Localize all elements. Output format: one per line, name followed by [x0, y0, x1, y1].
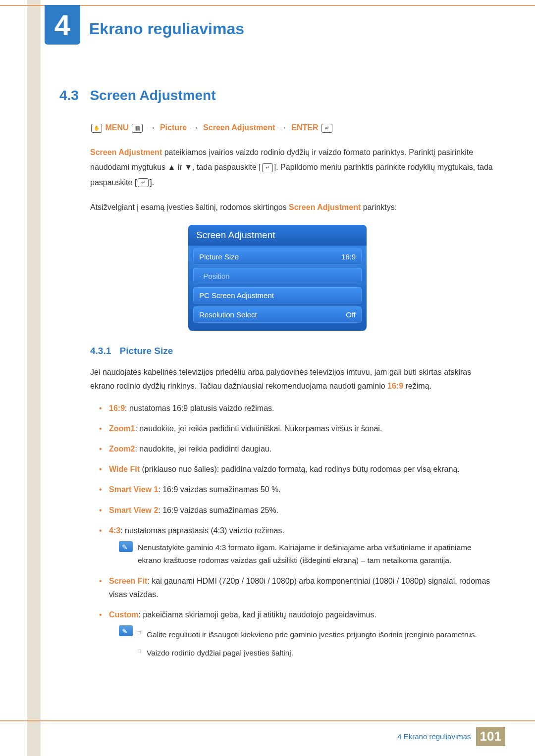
menu-keyword: MENU — [105, 123, 128, 132]
footer-text: 4 Ekrano reguliavimas — [397, 732, 471, 741]
list-item: Galite reguliuoti ir išsaugoti kiekvieno… — [138, 628, 477, 641]
section-title: Screen Adjustment — [90, 88, 215, 103]
list-item: Screen Fit: kai gaunami HDMI (720p / 108… — [99, 574, 490, 601]
osd-row-position: · Position — [193, 268, 362, 284]
enter-icon: ↵ — [138, 178, 149, 187]
osd-row-pc-screen-adjustment: PC Screen Adjustment — [193, 287, 362, 303]
picture-size-modes-list: 16:9: nustatomas 16:9 platusis vaizdo re… — [99, 402, 490, 664]
enter-icon: ↵ — [262, 163, 273, 172]
menu-grid-icon: ▥ — [132, 124, 143, 133]
list-item: Zoom1: naudokite, jei reikia padidinti v… — [99, 422, 490, 435]
page-footer: 4 Ekrano reguliavimas 101 — [397, 727, 505, 746]
note-icon — [119, 625, 133, 636]
osd-title: Screen Adjustment — [188, 225, 367, 246]
note-4-3: Nenustatykite gaminio 4:3 formato ilgam.… — [119, 541, 490, 567]
chapter-title: Ekrano reguliavimas — [89, 20, 505, 38]
note-custom: Galite reguliuoti ir išsaugoti kiekvieno… — [119, 625, 490, 664]
top-rule — [0, 5, 535, 6]
picture-size-paragraph: Jei naudojatės kabelinės televizijos pri… — [90, 365, 490, 392]
section-number: 4.3 — [59, 88, 79, 103]
subsection-heading: 4.3.1 Picture Size — [90, 346, 495, 356]
list-item: 4:3: nustatomas paprastasis (4:3) vaizdo… — [99, 524, 490, 567]
chapter-number: 4 — [54, 8, 70, 42]
list-item: Smart View 2: 16:9 vaizdas sumažinamas 2… — [99, 504, 490, 517]
enter-icon: ↵ — [321, 124, 332, 133]
page-number: 101 — [476, 727, 505, 746]
note-icon — [119, 541, 133, 552]
osd-row-picture-size: Picture Size 16:9 — [193, 249, 362, 265]
list-item: 16:9: nustatomas 16:9 platusis vaizdo re… — [99, 402, 490, 415]
list-item: Custom: pakeičiama skiriamoji geba, kad … — [99, 608, 490, 664]
list-item: Smart View 1: 16:9 vaizdas sumažinamas 5… — [99, 483, 490, 496]
section-heading: 4.3 Screen Adjustment — [59, 88, 495, 103]
intro-paragraph: Screen Adjustment pateikiamos įvairios v… — [90, 145, 495, 190]
list-item: Wide Fit (priklauso nuo šalies): padidin… — [99, 462, 490, 476]
chapter-badge: 4 — [45, 5, 80, 45]
menu-navigation-path: ✋ MENU ▥ → Picture → Screen Adjustment →… — [90, 123, 495, 133]
remote-icon: ✋ — [91, 124, 102, 133]
depends-paragraph: Atsižvelgiant į esamą įvesties šaltinį, … — [90, 200, 495, 215]
osd-row-resolution-select: Resolution Select Off — [193, 306, 362, 323]
list-item: Vaizdo rodinio dydžiai pagal įvesties ša… — [138, 647, 477, 659]
footer-rule — [0, 720, 535, 721]
osd-screen-adjustment-panel: Screen Adjustment Picture Size 16:9 · Po… — [188, 225, 367, 331]
custom-sublist: Galite reguliuoti ir išsaugoti kiekvieno… — [138, 628, 477, 659]
list-item: Zoom2: naudokite, jei reikia padidinti d… — [99, 442, 490, 455]
